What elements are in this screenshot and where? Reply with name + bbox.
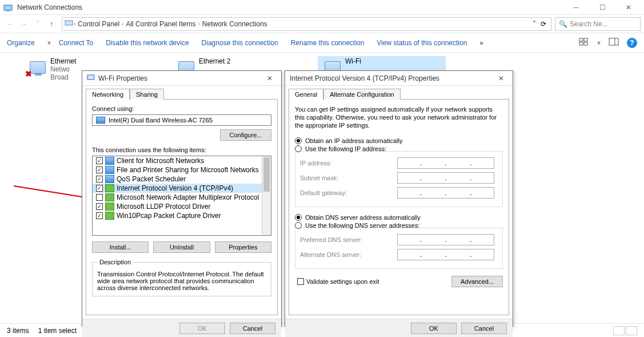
details-view-button[interactable]	[613, 326, 625, 335]
radio-auto-dns[interactable]: Obtain DNS server address automatically	[295, 214, 503, 221]
radio-auto-ip[interactable]: Obtain an IP address automatically	[295, 137, 503, 144]
configure-button[interactable]: Configure...	[220, 129, 271, 141]
component-row[interactable]: ✓Microsoft LLDP Protocol Driver	[93, 202, 271, 211]
nav-up-button[interactable]: ↑	[45, 17, 58, 31]
cmd-connect-to[interactable]: Connect To	[59, 39, 94, 47]
radio-icon	[295, 145, 302, 152]
svg-rect-7	[609, 38, 618, 45]
component-row[interactable]: ✓Win10Pcap Packet Capture Driver	[93, 211, 271, 220]
component-row[interactable]: Microsoft Network Adapter Multiplexor Pr…	[93, 193, 271, 202]
breadcrumb[interactable]: All Control Panel Items	[123, 20, 198, 28]
cmd-view-status[interactable]: View status of this connection	[377, 39, 467, 47]
search-placeholder: Search Ne...	[570, 20, 608, 28]
window-maximize-button[interactable]: ☐	[589, 0, 615, 15]
cancel-button[interactable]: Cancel	[230, 323, 275, 334]
cmd-diagnose[interactable]: Diagnose this connection	[202, 39, 278, 47]
dialog-close-button[interactable]: ✕	[494, 74, 508, 82]
breadcrumb[interactable]: Control Panel	[75, 20, 122, 28]
component-name: Client for Microsoft Networks	[117, 157, 204, 165]
alternate-dns-input: ...	[397, 249, 494, 260]
nav-back-button[interactable]: ←	[3, 17, 17, 31]
component-row[interactable]: ✓Internet Protocol Version 4 (TCP/IPv4)	[93, 184, 271, 193]
tab-networking[interactable]: Networking	[86, 89, 130, 100]
radio-label: Obtain an IP address automatically	[305, 137, 402, 144]
checkbox[interactable]	[96, 194, 103, 201]
adapter-field: Intel(R) Dual Band Wireless-AC 7265	[92, 114, 271, 126]
ip-label: IP address:	[300, 160, 397, 166]
component-row[interactable]: ✓File and Printer Sharing for Microsoft …	[93, 165, 271, 175]
uninstall-button[interactable]: Uninstall	[153, 241, 210, 253]
adapter-name: Wi-Fi	[345, 57, 361, 65]
radio-icon	[295, 222, 302, 229]
properties-button[interactable]: Properties	[215, 241, 271, 253]
ip-input: ...	[397, 157, 494, 169]
client-icon	[105, 175, 114, 183]
mask-input: ...	[397, 172, 494, 184]
view-icon-button[interactable]	[579, 38, 589, 47]
validate-label: Validate settings upon exit	[306, 278, 379, 285]
svg-rect-9	[87, 75, 94, 80]
tcpip-properties-dialog: Internet Protocol Version 4 (TCP/IPv4) P…	[285, 70, 513, 327]
advanced-button[interactable]: Advanced...	[451, 276, 503, 287]
component-row[interactable]: ✓Client for Microsoft Networks	[93, 156, 271, 165]
cancel-button[interactable]: Cancel	[461, 323, 507, 334]
radio-icon	[295, 137, 302, 144]
preview-pane-button[interactable]	[609, 38, 619, 47]
checkbox[interactable]: ✓	[96, 176, 103, 183]
cmd-rename[interactable]: Rename this connection	[291, 39, 365, 47]
description-text: Transmission Control Protocol/Internet P…	[97, 271, 266, 291]
checkbox[interactable]: ✓	[96, 166, 103, 173]
svg-rect-2	[65, 21, 73, 25]
wifi-properties-dialog: Wi-Fi Properties ✕ Networking Sharing Co…	[82, 70, 282, 327]
checkbox[interactable]: ✓	[96, 212, 103, 219]
dialog-close-button[interactable]: ✕	[263, 74, 277, 82]
cmd-overflow[interactable]: »	[479, 39, 483, 47]
gateway-input: ...	[397, 187, 494, 199]
protocol-icon	[105, 193, 114, 201]
components-listbox[interactable]: ✓Client for Microsoft Networks✓File and …	[92, 156, 271, 236]
cmd-organize[interactable]: Organize	[7, 39, 35, 47]
checkbox[interactable]: ✓	[96, 157, 103, 164]
install-button[interactable]: Install...	[92, 241, 149, 253]
search-input[interactable]: 🔍 Search Ne...	[555, 17, 641, 31]
address-icon	[65, 19, 74, 29]
client-icon	[105, 166, 114, 174]
help-icon[interactable]: ?	[627, 38, 637, 48]
tab-general[interactable]: General	[289, 89, 323, 100]
gateway-label: Default gateway:	[300, 189, 397, 196]
scrollbar-thumb[interactable]	[263, 157, 270, 192]
mask-label: Subnet mask:	[300, 175, 397, 181]
nav-forward-button[interactable]: →	[17, 17, 31, 31]
component-name: Internet Protocol Version 4 (TCP/IPv4)	[117, 184, 233, 192]
scrollbar[interactable]	[262, 156, 271, 235]
checkbox[interactable]: ✓	[96, 203, 103, 210]
window-minimize-button[interactable]: ─	[563, 0, 589, 15]
dialog-title: Internet Protocol Version 4 (TCP/IPv4) P…	[290, 74, 439, 82]
nav-dropdown-button[interactable]: ˅	[31, 17, 45, 31]
component-row[interactable]: ✓QoS Packet Scheduler	[93, 175, 271, 184]
command-bar: Organize ▾ Connect To Disable this netwo…	[0, 33, 644, 53]
tab-alternate-config[interactable]: Alternate Configuration	[323, 89, 401, 100]
adapter-name: Ethernet	[50, 57, 76, 65]
info-text: You can get IP settings assigned automat…	[295, 105, 503, 129]
validate-checkbox[interactable]	[297, 278, 304, 285]
search-icon: 🔍	[559, 20, 567, 28]
dropdown-icon[interactable]: ▾	[47, 39, 51, 47]
icons-view-button[interactable]	[626, 326, 637, 335]
address-refresh-icon[interactable]: ⟳	[538, 20, 549, 28]
adapter-status: Netwo	[50, 65, 76, 73]
control-panel-icon	[2, 3, 14, 12]
status-selection: 1 item select	[38, 327, 77, 335]
address-dropdown-icon[interactable]: ˅	[530, 20, 538, 28]
ok-button[interactable]: OK	[179, 323, 225, 334]
checkbox[interactable]: ✓	[96, 185, 103, 192]
svg-rect-4	[584, 38, 587, 41]
address-bar[interactable]: › Control Panel › All Control Panel Item…	[62, 17, 551, 31]
protocol-icon	[105, 184, 114, 192]
cmd-disable[interactable]: Disable this network device	[106, 39, 189, 47]
tab-sharing[interactable]: Sharing	[130, 89, 164, 100]
breadcrumb[interactable]: Network Connections	[200, 20, 270, 28]
svg-rect-3	[579, 38, 583, 41]
window-close-button[interactable]: ✕	[615, 0, 642, 15]
ok-button[interactable]: OK	[411, 323, 457, 334]
